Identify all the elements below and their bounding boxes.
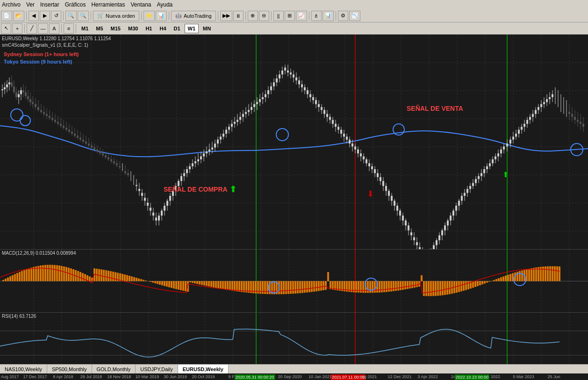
tab-gold[interactable]: GOLD,Monthly	[92, 365, 136, 373]
tab-bar: NAS100,Weekly SP500,Monthly GOLD,Monthly…	[0, 364, 588, 373]
menu-ayuda[interactable]: Ayuda	[157, 1, 172, 8]
tf-sep2	[61, 24, 62, 33]
main-chart[interactable]: EURUSD,Weekly 1.12280 1.12754 1.11076 1.…	[0, 35, 588, 250]
back-button[interactable]: ◀	[29, 11, 39, 21]
zoom-in-button[interactable]: 🔍	[65, 11, 77, 21]
volume-button[interactable]: 📈	[296, 11, 307, 21]
tf-w1[interactable]: W1	[185, 24, 199, 33]
menu-ventana[interactable]: Ventana	[130, 1, 151, 8]
signal-venta-text: SEÑAL DE VENTA	[407, 105, 463, 112]
separator6	[218, 11, 218, 21]
macd-label: MACD(12,26,9) 0.011504 0.008994	[2, 251, 76, 256]
date-label: 2022.10.23 00:00	[455, 374, 489, 380]
session-tokyo-label: Tokyo Session (9 hours left)	[4, 59, 72, 65]
toolbar2: ↖ + ╱ — A ≡ M1 M5 M15 M30 H1 H4 D1 W1 MN	[0, 22, 588, 35]
menu-archivo[interactable]: Archivo	[2, 1, 21, 8]
date-label: 2020.05.31 00:00:20	[235, 374, 275, 380]
date-label: ug 2021	[362, 374, 377, 379]
date-label: 27 Aug 2017	[0, 374, 19, 379]
bar-chart-button[interactable]: 📊	[323, 11, 334, 21]
separator2	[63, 11, 64, 21]
date-label: 25 Jun	[547, 374, 560, 379]
crosshair-button[interactable]: +	[12, 23, 22, 34]
autotrading-icon: 🤖	[175, 13, 182, 19]
date-label: 18 Nov 2018	[107, 374, 131, 379]
chart-type-button[interactable]: 🕯	[311, 11, 322, 21]
new-order-button[interactable]: 🛒 Nueva orden	[93, 11, 139, 21]
grid-button[interactable]: ⊞	[285, 11, 295, 21]
macd-panel: MACD(12,26,9) 0.011504 0.008994	[0, 250, 588, 313]
menu-graficos[interactable]: Gráficos	[65, 1, 86, 8]
period-sep-button[interactable]: ||	[273, 11, 284, 21]
tf-h4[interactable]: H4	[156, 24, 169, 33]
menu-herramientas[interactable]: Herramientas	[91, 1, 125, 8]
tf-h1[interactable]: H1	[142, 24, 155, 33]
open-button[interactable]: 📂	[13, 11, 24, 21]
separator8	[271, 11, 272, 21]
tab-nas100[interactable]: NAS100,Weekly	[0, 365, 47, 373]
date-label: 20 Oct 2019	[192, 374, 215, 379]
line-button[interactable]: ╱	[27, 23, 37, 34]
cursor-button[interactable]: ↖	[1, 23, 11, 34]
chart-info-line1: EURUSD,Weekly 1.12280 1.12754 1.11076 1.…	[2, 36, 111, 42]
separator5	[169, 11, 169, 21]
arrow-down-sell: ⬇	[367, 189, 374, 199]
tf-sep1	[24, 24, 25, 33]
zoom-minus-button[interactable]: ⊖	[259, 11, 269, 21]
date-label: 30 Jun 2019	[164, 374, 187, 379]
session-sydney-label: Sydney Session (1+ hours left)	[4, 51, 79, 57]
tf-m30[interactable]: M30	[125, 24, 141, 33]
date-label: 2022	[491, 374, 500, 379]
pause-button[interactable]: ⏸	[233, 11, 244, 21]
tf-mn[interactable]: MN	[200, 24, 214, 33]
tab-eurusd[interactable]: EURUSD,Weekly	[178, 365, 229, 373]
date-label: 5 Mar 2023	[513, 374, 534, 379]
tf-m5[interactable]: M5	[93, 24, 106, 33]
market-watch-button[interactable]: 📊	[156, 11, 167, 21]
text-button[interactable]: A	[49, 23, 59, 34]
rsi-label: RSI(14) 63.7126	[2, 314, 36, 319]
hline-button[interactable]: —	[38, 23, 48, 34]
chart-info: EURUSD,Weekly 1.12280 1.12754 1.11076 1.…	[2, 36, 111, 49]
signal-venta: SEÑAL DE VENTA	[407, 105, 463, 112]
tab-usdjpy[interactable]: USDJPY,Daily	[136, 365, 178, 373]
autotrading-button[interactable]: 🤖 AutoTrading	[171, 11, 216, 21]
toolbar1: 📄 📂 ◀ ▶ ↺ 🔍 🔍 🛒 Nueva orden ⭐ 📊 🤖 AutoTr…	[0, 9, 588, 22]
date-axis: 27 Aug 201717 Dec 20178 Apr 201829 Jul 2…	[0, 373, 588, 380]
blue-circle-4	[393, 123, 405, 136]
forward-button[interactable]: ▶	[40, 11, 50, 21]
new-order-icon: 🛒	[97, 13, 104, 19]
zoom-fit-button[interactable]: ⊕	[248, 11, 258, 21]
separator4	[141, 11, 142, 21]
macd-circle-1	[268, 281, 280, 294]
tf-d1[interactable]: D1	[171, 24, 184, 33]
macd-circle-3	[513, 273, 526, 286]
favorites-button[interactable]: ⭐	[143, 11, 155, 21]
tf-m15[interactable]: M15	[108, 24, 124, 33]
menu-bar: Archivo Ver Insertar Gráficos Herramient…	[0, 0, 588, 9]
date-label: 10 Jan 2021	[308, 374, 332, 379]
separator7	[245, 11, 246, 21]
menu-ver[interactable]: Ver	[26, 1, 35, 8]
settings-button[interactable]: ⚙	[338, 11, 348, 21]
refresh-button[interactable]: ↺	[51, 11, 61, 21]
blue-circle-3	[276, 128, 289, 141]
blue-circle-2	[20, 115, 31, 126]
indicators-button[interactable]: 📉	[349, 11, 360, 21]
arrow-up-icon: ⬆	[229, 184, 237, 194]
date-label: 29 Jul 2018	[80, 374, 102, 379]
date-label: 10 Mar 2019	[136, 374, 159, 379]
separator9	[309, 11, 309, 21]
new-chart-button[interactable]: 📄	[1, 11, 12, 21]
tab-sp500[interactable]: SP500,Monthly	[47, 365, 92, 373]
signal-compra-text: SEÑAL DE COMPRA	[164, 186, 228, 193]
tf-m1[interactable]: M1	[78, 24, 92, 33]
separator10	[336, 11, 336, 21]
menu-insertar[interactable]: Insertar	[40, 1, 59, 8]
fib-button[interactable]: ≡	[64, 23, 74, 34]
zoom-out-button[interactable]: 🔍	[78, 11, 89, 21]
date-label: 20 Sep 2020	[278, 374, 301, 379]
strategy-tester-button[interactable]: ▶▶	[220, 11, 232, 21]
chart-info-line2: smC4Scalper_Signals_v1 (3, E,E,E, C: 1)	[2, 42, 111, 49]
chart-container: EURUSD,Weekly 1.12280 1.12754 1.11076 1.…	[0, 35, 588, 373]
